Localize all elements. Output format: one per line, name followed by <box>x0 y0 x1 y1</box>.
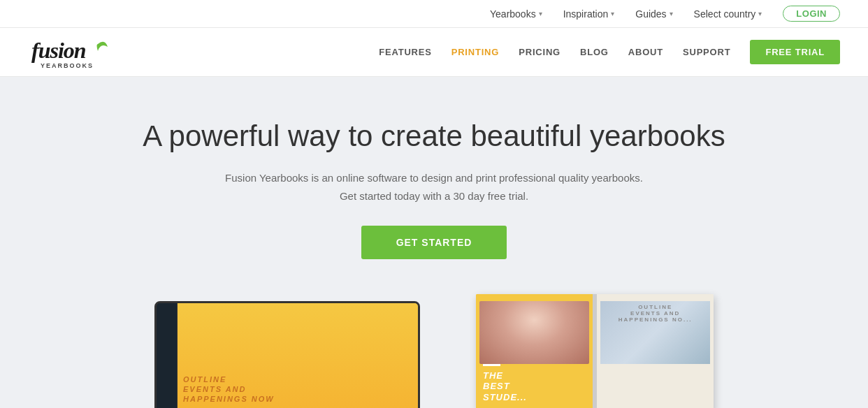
nav-support[interactable]: SUPPORT <box>683 47 730 57</box>
yearbooks-label: Yearbooks <box>490 8 536 20</box>
svg-text:YEARBOOKS: YEARBOOKS <box>41 62 94 69</box>
main-navigation: fusion YEARBOOKS FEATURES PRINTING PRICI… <box>0 28 868 77</box>
guides-label: Guides <box>635 8 666 20</box>
hero-subtitle-line1: Fusion Yearbooks is an online software t… <box>225 172 643 184</box>
book-left-page: THEBESTSTUDE... <box>476 294 593 408</box>
book-left-text: THEBESTSTUDE... <box>483 364 527 403</box>
nav-blog[interactable]: BLOG <box>580 47 609 57</box>
book-right-page: OUTLINEEVENTS ANDHAPPENINGS NO... <box>597 294 714 408</box>
mockups-container: OUTLINEEVENTS ANDHAPPENINGS NOW THEBESTS… <box>28 287 840 408</box>
top-nav-select-country[interactable]: Select country ▾ <box>694 8 762 20</box>
laptop-text-overlay: OUTLINEEVENTS ANDHAPPENINGS NOW <box>183 374 275 405</box>
laptop-mockup: OUTLINEEVENTS ANDHAPPENINGS NOW <box>154 301 420 408</box>
top-nav-inspiration[interactable]: Inspiration ▾ <box>563 8 615 20</box>
select-country-label: Select country <box>694 8 756 20</box>
nav-features[interactable]: FEATURES <box>379 47 432 57</box>
nav-pricing[interactable]: PRICING <box>519 47 560 57</box>
nav-about[interactable]: ABOUT <box>628 47 663 57</box>
laptop-content: OUTLINEEVENTS ANDHAPPENINGS NOW <box>178 303 418 408</box>
country-chevron-icon: ▾ <box>758 10 762 17</box>
nav-printing[interactable]: PRINTING <box>451 47 500 57</box>
book-left-title: THEBESTSTUDE... <box>483 370 527 403</box>
hero-subtitle: Fusion Yearbooks is an online software t… <box>28 169 840 205</box>
book-open: THEBESTSTUDE... OUTLINEEVENTS ANDHAPPENI… <box>476 294 714 408</box>
fusion-yearbooks-logo: fusion YEARBOOKS <box>28 31 119 73</box>
guides-chevron-icon: ▾ <box>670 10 673 17</box>
laptop-screen: OUTLINEEVENTS ANDHAPPENINGS NOW <box>157 303 418 408</box>
nav-links: FEATURES PRINTING PRICING BLOG ABOUT SUP… <box>379 40 840 64</box>
top-nav-yearbooks[interactable]: Yearbooks ▾ <box>490 8 542 20</box>
hero-section: A powerful way to create beautiful yearb… <box>0 77 868 408</box>
laptop-outline-text: OUTLINEEVENTS ANDHAPPENINGS NOW <box>183 374 275 405</box>
inspiration-chevron-icon: ▾ <box>611 10 614 17</box>
svg-text:fusion: fusion <box>31 38 86 63</box>
login-button[interactable]: LOGIN <box>783 6 840 22</box>
book-right-outline: OUTLINEEVENTS ANDHAPPENINGS NO... <box>600 301 710 326</box>
book-photo-left <box>479 301 589 364</box>
free-trial-button[interactable]: FREE TRIAL <box>750 40 840 64</box>
top-utility-bar: Yearbooks ▾ Inspiration ▾ Guides ▾ Selec… <box>0 0 868 28</box>
laptop-sidebar <box>157 303 178 408</box>
top-nav-guides[interactable]: Guides ▾ <box>635 8 672 20</box>
inspiration-label: Inspiration <box>563 8 609 20</box>
book-photo-right: OUTLINEEVENTS ANDHAPPENINGS NO... <box>600 301 710 364</box>
logo-container[interactable]: fusion YEARBOOKS <box>28 31 119 73</box>
book-mockup: THEBESTSTUDE... OUTLINEEVENTS ANDHAPPENI… <box>476 294 714 408</box>
book-spine <box>593 294 598 408</box>
hero-title: A powerful way to create beautiful yearb… <box>28 119 840 154</box>
yearbooks-chevron-icon: ▾ <box>539 10 542 17</box>
hero-subtitle-line2: Get started today with a 30 day free tri… <box>340 190 528 202</box>
get-started-button[interactable]: GET STARTED <box>361 226 507 259</box>
